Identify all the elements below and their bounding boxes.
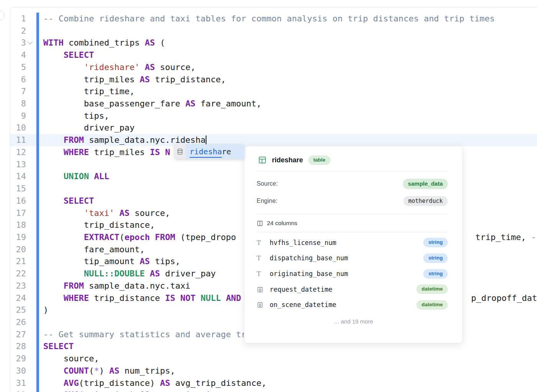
line-number[interactable]: 15 [10, 183, 26, 195]
line-number[interactable]: 26 [10, 316, 26, 328]
code-line[interactable]: 8 base_passenger_fare AS fare_amount, [10, 98, 537, 110]
fold-gutter [26, 268, 36, 280]
code-token: source, [155, 62, 195, 72]
code-line[interactable]: 11 FROM sample_data.nyc.ridesha [10, 134, 537, 146]
code-text [39, 158, 43, 171]
cell-indicator-bar [36, 170, 39, 183]
code-line[interactable]: 32 AVG(trip_time) AS avg_trip_time, [10, 389, 537, 392]
line-number[interactable]: 4 [10, 49, 26, 61]
code-line[interactable]: 31 AVG(trip_distance) AS avg_trip_distan… [10, 377, 537, 389]
line-number[interactable]: 27 [10, 328, 26, 341]
line-number[interactable]: 12 [10, 146, 26, 158]
line-number[interactable]: 8 [10, 98, 26, 110]
column-name: dispatching_base_num [270, 254, 423, 262]
line-number[interactable]: 13 [10, 158, 26, 171]
line-number[interactable]: 1 [10, 13, 26, 25]
cell-indicator-bar [36, 122, 39, 134]
columns-count-row: 24 columns [244, 214, 462, 232]
line-number[interactable]: 7 [10, 85, 26, 98]
table-icon [258, 156, 267, 164]
code-text: EXTRACT(epoch FROM (tpep_dropo [39, 231, 236, 243]
code-token: epoch [124, 232, 150, 242]
line-number[interactable]: 14 [10, 170, 26, 183]
datetime-type-icon [257, 286, 265, 293]
fold-gutter [26, 122, 36, 134]
code-text: fare_amount, [39, 243, 145, 256]
code-token [43, 281, 64, 291]
line-number[interactable]: 29 [10, 353, 26, 365]
line-number[interactable]: 21 [10, 255, 26, 268]
column-type-badge: string [423, 269, 448, 279]
autocomplete-item-rideshare[interactable]: rideshare [186, 144, 244, 159]
line-number[interactable]: 3 [10, 37, 26, 49]
line-number[interactable]: 25 [10, 304, 26, 316]
code-token: AS [120, 208, 130, 218]
cell-indicator-bar [36, 25, 39, 37]
code-line[interactable]: 2 [10, 25, 537, 37]
line-number[interactable]: 32 [10, 389, 26, 392]
code-token [43, 147, 64, 157]
code-token: combined_trips [64, 38, 145, 47]
code-token [195, 293, 200, 303]
line-number[interactable]: 31 [10, 377, 26, 389]
line-number[interactable]: 2 [10, 25, 26, 37]
code-token [221, 293, 226, 303]
cell-indicator-bar [36, 219, 39, 231]
fold-chevron-icon[interactable] [28, 40, 33, 45]
line-number[interactable]: 28 [10, 340, 26, 353]
line-number[interactable]: 11 [10, 134, 26, 146]
code-line[interactable]: 9 tips, [10, 110, 537, 122]
line-number[interactable]: 23 [10, 280, 26, 292]
code-token: COUNT [64, 366, 89, 376]
code-line[interactable]: 7 trip_time, [10, 85, 537, 98]
line-number[interactable]: 30 [10, 365, 26, 377]
column-row: Toriginating_base_numstring [244, 266, 462, 282]
code-token: fare_amount, [195, 99, 261, 108]
autocomplete-match-text: ridesha [190, 147, 222, 158]
code-text [39, 183, 43, 195]
code-line[interactable]: 1-- Combine rideshare and taxi tables fo… [10, 13, 537, 25]
code-text: -- Combine rideshare and taxi tables for… [39, 13, 495, 25]
code-token: FROM [64, 281, 84, 291]
cell-indicator-bar [36, 231, 39, 243]
code-line[interactable]: 6 trip_miles AS trip_distance, [10, 74, 537, 86]
code-line[interactable]: 5 'rideshare' AS source, [10, 61, 537, 74]
line-number[interactable]: 6 [10, 74, 26, 86]
fold-gutter [26, 134, 36, 146]
code-line[interactable]: 4 SELECT [10, 49, 537, 61]
line-number[interactable]: 5 [10, 61, 26, 74]
line-number[interactable]: 16 [10, 195, 26, 207]
line-number[interactable]: 9 [10, 110, 26, 122]
line-number[interactable]: 10 [10, 122, 26, 134]
line-number[interactable]: 18 [10, 219, 26, 231]
line-number[interactable]: 20 [10, 243, 26, 256]
code-line[interactable]: 10 driver_pay [10, 122, 537, 134]
code-token: AS [140, 75, 150, 84]
code-line[interactable]: 29 source, [10, 353, 537, 365]
fold-gutter [26, 61, 36, 74]
line-number[interactable]: 19 [10, 231, 26, 243]
fold-gutter [26, 37, 36, 49]
code-line-24-tail: p_dropoff_datet [471, 292, 537, 304]
line-number[interactable]: 22 [10, 268, 26, 280]
line-number[interactable]: 17 [10, 207, 26, 219]
cell-indicator-bar [36, 280, 39, 292]
code-token [43, 269, 84, 278]
database-icon [174, 144, 186, 159]
columns-icon [257, 220, 263, 227]
code-token [160, 147, 165, 157]
fold-gutter [26, 110, 36, 122]
line-number[interactable]: 24 [10, 292, 26, 304]
code-text: 'taxi' AS source, [39, 207, 170, 219]
fold-gutter [26, 98, 36, 110]
cell-indicator-bar [36, 377, 39, 389]
code-line-19-tail: trip_time, -- [475, 231, 537, 243]
code-line[interactable]: 30 COUNT(*) AS num_trips, [10, 365, 537, 377]
code-text [39, 316, 43, 328]
cell-indicator-bar [36, 243, 39, 256]
code-line[interactable]: 3WITH combined_trips AS ( [10, 37, 537, 49]
fold-gutter [26, 183, 36, 195]
left-edge-button[interactable] [0, 10, 5, 20]
cell-indicator-bar [36, 158, 39, 171]
code-token: -- Combine rideshare and taxi tables for… [43, 14, 495, 23]
